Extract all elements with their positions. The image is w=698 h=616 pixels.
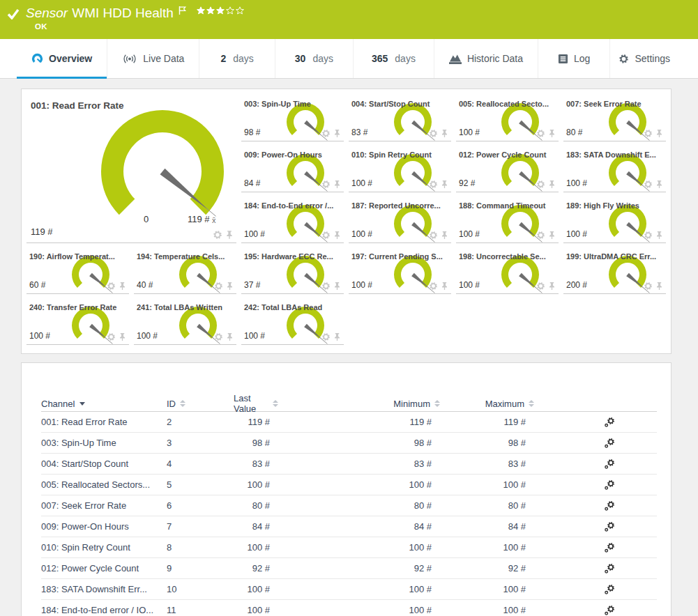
tab-overview[interactable]: Overview — [17, 39, 107, 78]
table-row[interactable]: 184: End-to-End error / IO... 11 100 # 1… — [41, 600, 657, 616]
cell-channel[interactable]: 005: Reallocated Sectors... — [41, 479, 167, 490]
star-empty-icon[interactable] — [236, 6, 244, 15]
pin-icon[interactable] — [655, 180, 664, 189]
pin-icon[interactable] — [118, 282, 127, 291]
column-header-last-value[interactable]: Last Value — [234, 393, 278, 414]
gear-icon[interactable] — [429, 231, 438, 240]
star-filled-icon[interactable] — [216, 6, 225, 15]
table-row[interactable]: 001: Read Error Rate 2 119 # 119 # 119 # — [41, 412, 657, 433]
table-row[interactable]: 012: Power Cycle Count 9 92 # 92 # 92 # — [41, 558, 657, 579]
channel-title: 009: Power-On Hours — [241, 147, 344, 159]
cell-channel[interactable]: 007: Seek Error Rate — [41, 500, 167, 511]
gauge-tile: 197: Current Pending S... 100 # — [349, 249, 451, 294]
column-header-id[interactable]: ID — [167, 399, 234, 409]
channel-settings-icon[interactable] — [604, 500, 615, 511]
tab-log[interactable]: Log — [538, 39, 609, 78]
tab-settings[interactable]: Settings — [609, 39, 678, 78]
cell-id: 3 — [167, 438, 234, 448]
gear-icon[interactable] — [536, 129, 545, 138]
channel-settings-icon[interactable] — [604, 605, 615, 616]
pin-icon[interactable] — [547, 231, 556, 240]
pin-icon[interactable] — [440, 282, 449, 291]
gear-icon[interactable] — [429, 282, 438, 291]
cell-last-value: 84 # — [234, 521, 278, 532]
column-header-maximum[interactable]: Maximum — [440, 399, 534, 409]
channel-settings-icon[interactable] — [604, 563, 615, 574]
channel-settings-icon[interactable] — [604, 521, 615, 532]
table-row[interactable]: 003: Spin-Up Time 3 98 # 98 # 98 # — [41, 433, 657, 454]
cell-channel[interactable]: 184: End-to-End error / IO... — [41, 605, 167, 615]
pin-icon[interactable] — [333, 231, 342, 240]
table-row[interactable]: 007: Seek Error Rate 6 80 # 80 # 80 # — [41, 495, 657, 516]
pin-icon[interactable] — [225, 332, 234, 341]
pin-icon[interactable] — [655, 129, 664, 138]
pin-icon[interactable] — [333, 180, 342, 189]
gear-icon[interactable] — [644, 231, 653, 240]
pin-icon[interactable] — [655, 282, 664, 291]
channel-settings-icon[interactable] — [604, 584, 615, 595]
channel-settings-icon[interactable] — [604, 417, 615, 428]
channel-settings-icon[interactable] — [604, 459, 615, 470]
pin-icon[interactable] — [547, 129, 556, 138]
channel-settings-icon[interactable] — [604, 542, 615, 553]
cell-channel[interactable]: 003: Spin-Up Time — [41, 438, 167, 448]
gear-icon[interactable] — [536, 180, 545, 189]
channel-title: 242: Total LBAs Read — [241, 300, 344, 311]
gear-icon[interactable] — [213, 230, 222, 240]
column-header-channel[interactable]: Channel — [41, 399, 167, 409]
gear-icon[interactable] — [321, 180, 331, 189]
channel-settings-icon[interactable] — [604, 479, 615, 491]
cell-channel[interactable]: 009: Power-On Hours — [41, 521, 167, 532]
table-row[interactable]: 010: Spin Retry Count 8 100 # 100 # 100 … — [41, 537, 657, 558]
tab-historic-data[interactable]: Historic Data — [434, 39, 538, 78]
cell-channel[interactable]: 004: Start/Stop Count — [41, 459, 167, 469]
gear-icon[interactable] — [321, 332, 331, 341]
cell-channel[interactable]: 012: Power Cycle Count — [41, 563, 167, 573]
pin-icon[interactable] — [440, 180, 449, 189]
gear-icon[interactable] — [214, 282, 223, 291]
gear-icon[interactable] — [536, 282, 545, 291]
pin-icon[interactable] — [440, 129, 449, 138]
gear-icon[interactable] — [429, 129, 438, 138]
table-row[interactable]: 005: Reallocated Sectors... 5 100 # 100 … — [41, 475, 657, 495]
tab-2-days[interactable]: 2days — [199, 39, 274, 78]
gear-icon[interactable] — [644, 129, 653, 138]
sort-icon — [180, 400, 185, 407]
pin-icon[interactable] — [225, 230, 234, 240]
gear-icon[interactable] — [536, 231, 545, 240]
pin-icon[interactable] — [655, 231, 664, 240]
gear-icon[interactable] — [214, 332, 223, 341]
pin-icon[interactable] — [333, 282, 342, 291]
pin-icon[interactable] — [440, 231, 449, 240]
star-filled-icon[interactable] — [206, 6, 215, 15]
channel-settings-icon[interactable] — [604, 438, 615, 449]
cell-channel[interactable]: 010: Spin Retry Count — [41, 542, 167, 553]
gear-icon[interactable] — [107, 332, 116, 341]
gear-icon[interactable] — [321, 129, 331, 138]
pin-icon[interactable] — [333, 129, 342, 138]
gear-icon[interactable] — [644, 180, 653, 189]
table-row[interactable]: 183: SATA Downshift Err... 10 100 # 100 … — [41, 579, 657, 600]
gear-icon[interactable] — [321, 282, 331, 291]
gear-icon[interactable] — [644, 282, 653, 291]
gear-icon[interactable] — [107, 282, 116, 291]
flag-icon[interactable] — [179, 6, 187, 15]
gear-icon[interactable] — [321, 231, 331, 240]
star-filled-icon[interactable] — [197, 6, 205, 15]
gear-icon[interactable] — [429, 180, 438, 189]
column-header-minimum[interactable]: Minimum — [278, 399, 440, 409]
cell-channel[interactable]: 001: Read Error Rate — [41, 417, 167, 427]
pin-icon[interactable] — [547, 180, 556, 189]
tab-365-days[interactable]: 365days — [353, 39, 434, 78]
table-row[interactable]: 004: Start/Stop Count 4 83 # 83 # 83 # — [41, 454, 657, 475]
cell-channel[interactable]: 183: SATA Downshift Err... — [41, 584, 167, 594]
pin-icon[interactable] — [333, 332, 342, 341]
pin-icon[interactable] — [118, 332, 127, 341]
pin-icon[interactable] — [547, 282, 556, 291]
tab-live-data[interactable]: Live Data — [107, 39, 199, 78]
pin-icon[interactable] — [225, 282, 234, 291]
tab-30-days[interactable]: 30days — [275, 39, 353, 78]
table-row[interactable]: 009: Power-On Hours 7 84 # 84 # 84 # — [41, 516, 657, 537]
star-empty-icon[interactable] — [226, 6, 234, 15]
rating-stars[interactable] — [197, 6, 244, 15]
